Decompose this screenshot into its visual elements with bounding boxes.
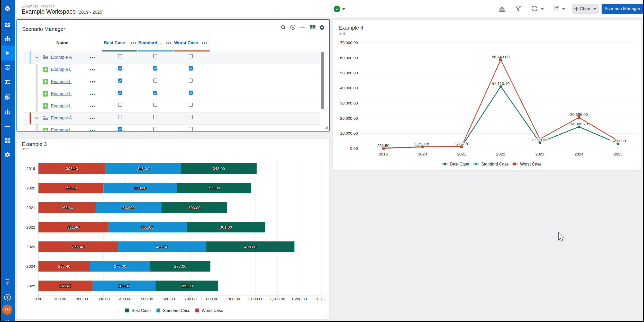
svg-text:2019: 2019	[379, 152, 388, 156]
svg-text:237.40: 237.40	[58, 264, 70, 268]
svg-text:289.00: 289.00	[181, 284, 193, 288]
svg-text:500.00: 500.00	[141, 297, 153, 301]
svg-text:0.00: 0.00	[350, 146, 358, 151]
svg-text:348.00: 348.00	[137, 166, 149, 171]
svg-text:30,000.00: 30,000.00	[340, 101, 358, 105]
svg-text:2021: 2021	[26, 205, 35, 210]
svg-text:2025: 2025	[614, 152, 622, 156]
svg-text:2022: 2022	[26, 225, 35, 229]
svg-text:2025: 2025	[26, 284, 35, 288]
svg-text:50,000.00: 50,000.00	[340, 71, 358, 75]
svg-text:?: ?	[6, 295, 9, 299]
svg-text:2020: 2020	[26, 186, 35, 190]
svg-text:1,200.00: 1,200.00	[291, 297, 307, 301]
svg-text:321.40: 321.40	[67, 225, 80, 229]
svg-text:Standard Case: Standard Case	[163, 308, 191, 313]
svg-text:60,000.00: 60,000.00	[340, 56, 358, 60]
svg-text:277.00: 277.00	[174, 264, 186, 268]
svg-text:303.00: 303.00	[188, 205, 201, 210]
svg-text:600.00: 600.00	[163, 297, 175, 301]
svg-text:Standard Case: Standard Case	[481, 162, 509, 166]
svg-text:800.00: 800.00	[206, 297, 219, 301]
svg-text:308.40: 308.40	[66, 166, 78, 171]
svg-text:70,000.00: 70,000.00	[340, 40, 358, 45]
svg-text:2024: 2024	[575, 152, 584, 156]
svg-text:299.40: 299.40	[65, 186, 77, 190]
svg-text:366.40: 366.40	[72, 245, 85, 249]
svg-text:262.50: 262.50	[377, 143, 389, 148]
svg-text:348.00: 348.00	[213, 166, 225, 171]
svg-text:361.00: 361.00	[220, 225, 232, 229]
svg-text:400.00: 400.00	[119, 297, 132, 301]
svg-text:10,000.00: 10,000.00	[340, 131, 358, 135]
svg-text:339.00: 339.00	[134, 186, 147, 190]
svg-text:303.00: 303.00	[122, 205, 135, 210]
svg-text:263.40: 263.40	[61, 205, 73, 210]
svg-text:406.00: 406.00	[244, 245, 257, 249]
svg-text:41,120.10: 41,120.10	[492, 81, 510, 86]
svg-text:58,743.00: 58,743.00	[492, 55, 510, 59]
svg-text:20,556.00: 20,556.00	[570, 112, 588, 117]
svg-text:249.40: 249.40	[59, 284, 72, 288]
svg-text:0.00: 0.00	[34, 297, 42, 301]
svg-text:2020: 2020	[418, 152, 427, 156]
svg-text:2022: 2022	[496, 152, 505, 156]
svg-text:1,000.00: 1,000.00	[248, 297, 264, 301]
svg-text:3,231.90: 3,231.90	[610, 139, 626, 143]
svg-text:1,100.00: 1,100.00	[270, 297, 285, 301]
svg-text:2023: 2023	[26, 245, 35, 249]
svg-text:2019: 2019	[26, 166, 35, 171]
svg-text:339.00: 339.00	[208, 186, 220, 190]
svg-text:Worst Case: Worst Case	[202, 308, 223, 313]
svg-text:Worst Case: Worst Case	[520, 162, 541, 166]
svg-text:Best Case: Best Case	[132, 308, 151, 313]
svg-text:2021: 2021	[457, 152, 466, 156]
svg-text:406.00: 406.00	[156, 245, 168, 249]
svg-text:100.00: 100.00	[54, 297, 66, 301]
svg-text:700.00: 700.00	[184, 297, 197, 301]
svg-text:200.00: 200.00	[76, 297, 88, 301]
svg-text:1,3…: 1,3…	[316, 297, 325, 301]
svg-text:1,198.05: 1,198.05	[415, 142, 430, 146]
svg-text:277.00: 277.00	[114, 264, 126, 268]
svg-text:289.00: 289.00	[118, 284, 130, 288]
svg-text:1,337.70: 1,337.70	[454, 142, 469, 146]
svg-text:3,979.50: 3,979.50	[532, 138, 548, 142]
svg-text:300.00: 300.00	[97, 297, 110, 301]
svg-text:2024: 2024	[26, 264, 35, 268]
svg-text:900.00: 900.00	[228, 297, 240, 301]
svg-text:361.00: 361.00	[141, 225, 154, 229]
svg-text:14,389.20: 14,389.20	[570, 122, 588, 126]
svg-text:2023: 2023	[536, 152, 544, 156]
svg-text:20,000.00: 20,000.00	[340, 116, 358, 120]
svg-text:Best Case: Best Case	[450, 162, 469, 166]
svg-text:40,000.00: 40,000.00	[340, 86, 358, 90]
